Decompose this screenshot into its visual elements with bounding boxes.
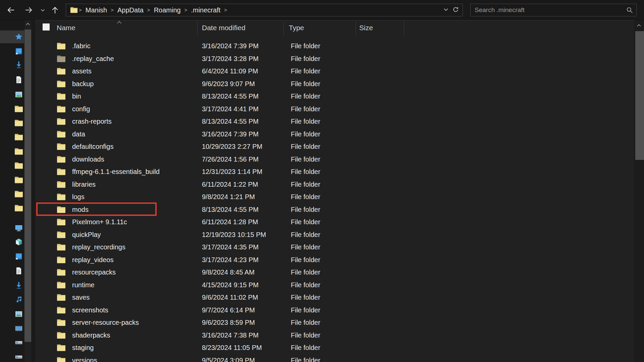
table-row[interactable]: data 3/16/2024 7:39 PM File folder [35, 128, 634, 141]
magnifier-icon[interactable] [626, 6, 633, 14]
recent-locations-button[interactable] [38, 5, 47, 15]
table-row[interactable]: versions 9/5/2024 3:09 PM File folder [35, 354, 634, 362]
sidebar-item-pictures[interactable] [0, 308, 24, 320]
file-list-scrollbar[interactable] [634, 20, 644, 362]
table-row[interactable]: .replay_cache 3/17/2024 3:28 PM File fol… [35, 53, 634, 65]
chevron-up-icon[interactable] [636, 23, 642, 28]
table-row[interactable]: config 3/17/2024 4:41 PM File folder [35, 103, 634, 116]
pinned-folder-icon [14, 147, 23, 156]
up-button[interactable] [50, 5, 60, 15]
scrollbar-thumb[interactable] [635, 31, 644, 160]
sidebar-scrollbar-thumb[interactable] [24, 29, 31, 342]
downloads-icon [14, 60, 23, 69]
file-type: File folder [291, 243, 320, 251]
search-input[interactable] [471, 4, 636, 16]
desktop-icon [14, 252, 23, 261]
date-modified: 3/17/2024 3:28 PM [202, 55, 259, 63]
sidebar-item-pictures[interactable] [0, 88, 24, 101]
table-row[interactable]: runtime 4/15/2024 9:15 PM File folder [35, 279, 634, 292]
sidebar-item-desktop[interactable] [0, 250, 24, 263]
sidebar-item-downloads[interactable] [0, 279, 24, 292]
table-row[interactable]: logs 9/8/2024 1:21 PM File folder [35, 191, 634, 203]
file-explorer-window: > Manish > AppData > Roaming > .minecraf… [0, 0, 644, 362]
date-modified: 12/19/2023 10:15 PM [202, 231, 266, 239]
breadcrumb-item-user[interactable]: Manish [82, 6, 110, 14]
search-box [470, 4, 637, 16]
forward-button[interactable] [23, 5, 34, 15]
pinned-folder-icon [14, 176, 23, 184]
table-row[interactable]: bin 8/13/2024 4:55 PM File folder [35, 90, 634, 103]
pinned-folder-icon [14, 119, 23, 127]
refresh-button[interactable] [452, 6, 459, 14]
table-row[interactable]: downloads 7/26/2024 1:56 PM File folder [35, 153, 634, 166]
file-name: defaultconfigs [72, 143, 113, 150]
chevron-down-icon [443, 7, 449, 12]
sidebar-item-local-disk[interactable] [0, 351, 24, 362]
back-button[interactable] [5, 5, 16, 15]
documents-icon [14, 266, 23, 275]
sidebar-item-music[interactable] [0, 293, 24, 306]
sidebar-item-pinned-folder[interactable] [0, 188, 24, 200]
file-name: ffmpeg-6.1.1-essentials_build [72, 168, 160, 176]
sidebar-item-pinned-folder[interactable] [0, 117, 24, 129]
breadcrumb-item-appdata[interactable]: AppData [114, 6, 147, 14]
sidebar-item-pinned-folder[interactable] [0, 103, 24, 115]
sidebar-scrollbar[interactable] [24, 20, 31, 362]
table-row[interactable]: Pixelmon+ 9.1.11c 6/11/2024 1:28 PM File… [35, 216, 634, 229]
table-row[interactable]: assets 6/4/2024 11:09 PM File folder [35, 65, 634, 78]
table-row[interactable]: staging 8/23/2024 11:05 PM File folder [35, 342, 634, 354]
table-row[interactable]: server-resource-packs 9/6/2023 8:59 PM F… [35, 316, 634, 329]
desktop-icon [14, 47, 23, 56]
breadcrumb-item-roaming[interactable]: Roaming [151, 6, 184, 14]
table-row[interactable]: libraries 6/11/2024 1:22 PM File folder [35, 178, 634, 191]
arrow-left-icon [6, 6, 15, 14]
table-row[interactable]: resourcepacks 9/8/2024 8:45 AM File fold… [35, 266, 634, 279]
file-name: server-resource-packs [72, 319, 139, 326]
folder-icon [57, 143, 66, 150]
sidebar-item-pinned-folder[interactable] [0, 159, 24, 172]
table-row[interactable]: screenshots 9/7/2024 6:14 PM File folder [35, 304, 634, 317]
sidebar-item-pinned-folder[interactable] [0, 145, 24, 158]
table-row[interactable]: replay_recordings 3/17/2024 4:35 PM File… [35, 241, 634, 254]
table-row[interactable]: backup 9/6/2023 9:07 PM File folder [35, 78, 634, 90]
folder-icon [57, 268, 66, 276]
file-type: File folder [291, 42, 320, 50]
music-icon [14, 295, 23, 304]
table-row[interactable]: defaultconfigs 10/29/2023 2:27 PM File f… [35, 140, 634, 153]
sidebar-item-videos[interactable] [0, 322, 24, 335]
sidebar-item-downloads[interactable] [0, 58, 24, 71]
file-type: File folder [291, 231, 320, 239]
table-row[interactable]: shaderpacks 3/16/2024 7:38 PM File folde… [35, 329, 634, 342]
sidebar-item-documents[interactable] [0, 73, 24, 86]
file-type: File folder [291, 218, 320, 226]
table-row[interactable]: replay_videos 3/17/2024 4:23 PM File fol… [35, 254, 634, 266]
sidebar-item-local-disk[interactable] [0, 336, 24, 349]
sidebar-item-pinned-folder[interactable] [0, 131, 24, 143]
table-row[interactable]: quickPlay 12/19/2023 10:15 PM File folde… [35, 229, 634, 241]
folder-icon [57, 193, 66, 201]
breadcrumb-item-minecraft[interactable]: .minecraft [187, 6, 224, 14]
sidebar-item-this-pc[interactable] [0, 222, 24, 234]
folder-icon [70, 7, 78, 13]
date-modified: 7/26/2024 1:56 PM [202, 156, 259, 163]
sidebar-item-quick-access[interactable] [0, 31, 24, 43]
sidebar-item-pinned-folder[interactable] [0, 202, 24, 215]
table-row[interactable]: saves 9/6/2024 11:02 PM File folder [35, 291, 634, 304]
chevron-up-icon[interactable] [25, 21, 31, 27]
address-bar[interactable]: > Manish > AppData > Roaming > .minecraf… [66, 4, 463, 16]
table-row[interactable]: crash-reports 8/13/2024 4:55 PM File fol… [35, 115, 634, 128]
folder-icon [57, 231, 66, 239]
address-dropdown-button[interactable] [443, 7, 449, 14]
table-row[interactable]: .fabric 3/16/2024 7:39 PM File folder [35, 40, 634, 53]
sidebar-item-documents[interactable] [0, 264, 24, 277]
folder-icon [57, 181, 66, 188]
date-modified: 9/8/2024 1:21 PM [202, 193, 255, 201]
file-list: .fabric 3/16/2024 7:39 PM File folder .r… [35, 20, 634, 362]
file-type: File folder [291, 256, 320, 264]
sidebar-item-pinned-folder[interactable] [0, 174, 24, 186]
table-row[interactable]: ffmpeg-6.1.1-essentials_build 12/31/2023… [35, 166, 634, 178]
sidebar-item-desktop[interactable] [0, 45, 24, 58]
file-name: libraries [72, 181, 96, 188]
sidebar-item-3d-objects[interactable] [0, 236, 24, 248]
table-row[interactable]: mods 8/13/2024 4:55 PM File folder [35, 203, 634, 216]
